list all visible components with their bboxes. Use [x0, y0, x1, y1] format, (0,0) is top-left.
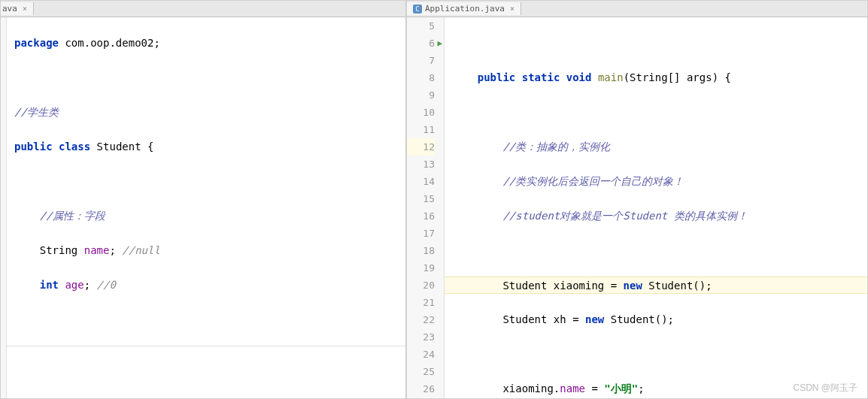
- line-number: 16: [407, 207, 435, 225]
- line-number: 11: [407, 121, 435, 138]
- field-name: name: [84, 244, 110, 256]
- left-editor-body: package com.oop.demo02; //学生类 public cla…: [1, 17, 405, 398]
- line-number: 27: [407, 397, 435, 398]
- right-code-area[interactable]: public static void main(String[] args) {…: [445, 17, 867, 398]
- left-editor-pane: ava × package com.oop.demo02; //学生类 publ…: [0, 0, 406, 399]
- comment: //类实例化后会返回一个自己的对象！: [502, 175, 684, 187]
- comment: //null: [122, 244, 160, 256]
- comment: //学生类: [14, 106, 59, 118]
- left-tab-bar: ava ×: [1, 1, 405, 17]
- kw-static: static: [522, 71, 560, 83]
- line-number: 20: [407, 277, 435, 294]
- line-number: 9: [407, 86, 435, 104]
- line-number: 14: [407, 173, 435, 190]
- right-gutter[interactable]: 5 6▶ 7 8 9 10 11 12 13 14 15 16 17 18 19…: [407, 17, 445, 398]
- close-icon[interactable]: ×: [20, 5, 27, 13]
- line-number: 17: [407, 225, 435, 242]
- kw-public: public: [478, 71, 516, 83]
- java-class-icon: C: [413, 5, 422, 14]
- comment: //0: [97, 279, 116, 291]
- right-editor-body: 5 6▶ 7 8 9 10 11 12 13 14 15 16 17 18 19…: [407, 17, 867, 398]
- kw-public: public: [14, 141, 53, 153]
- line-number: 23: [407, 328, 435, 346]
- line-number: 15: [407, 190, 435, 207]
- comment: //student对象就是一个Student 类的具体实例！: [502, 210, 747, 222]
- field-name: name: [560, 382, 585, 394]
- separator-line: [7, 346, 405, 346]
- left-code-area[interactable]: package com.oop.demo02; //学生类 public cla…: [7, 17, 405, 398]
- line-number: 19: [407, 259, 435, 277]
- line-number: 6▶: [407, 35, 435, 52]
- line-number: 7: [407, 52, 435, 69]
- line-number: 5: [407, 17, 435, 35]
- line-number: 10: [407, 104, 435, 121]
- watermark: CSDN @阿玉子: [793, 382, 857, 394]
- kw-new: new: [624, 280, 642, 292]
- line-number: 12: [407, 138, 435, 156]
- method-main: main: [591, 71, 623, 83]
- line-number: 13: [407, 156, 435, 173]
- run-gutter-icon[interactable]: ▶: [437, 35, 442, 52]
- comment: //类：抽象的，实例化: [502, 141, 610, 153]
- line-number: 24: [407, 346, 435, 363]
- string-literal: "小明": [604, 382, 638, 394]
- line-number: 8: [407, 69, 435, 86]
- line-number: 25: [407, 363, 435, 380]
- kw-package: package: [14, 37, 59, 49]
- class-decl: Student {: [90, 141, 153, 153]
- type-string: String: [40, 244, 84, 256]
- right-editor-pane: C Application.java × 5 6▶ 7 8 9 10 11 12…: [406, 0, 868, 399]
- line-number: 26: [407, 380, 435, 397]
- line-number: 22: [407, 311, 435, 328]
- close-icon[interactable]: ×: [508, 5, 514, 13]
- kw-new: new: [585, 313, 604, 325]
- comment: //属性：字段: [40, 210, 105, 222]
- left-gutter: [1, 17, 7, 398]
- right-tab-bar: C Application.java ×: [407, 1, 867, 17]
- tab-label: Application.java: [425, 4, 505, 14]
- line-number: 18: [407, 242, 435, 259]
- line-number: 21: [407, 294, 435, 311]
- kw-void: void: [566, 71, 592, 83]
- kw-int: int: [40, 279, 59, 291]
- left-tab[interactable]: ava ×: [1, 2, 34, 15]
- tab-label: ava: [2, 4, 17, 14]
- right-tab[interactable]: C Application.java ×: [407, 2, 521, 15]
- pkg-name: com.oop.demo02;: [59, 37, 160, 49]
- kw-class: class: [59, 141, 90, 153]
- field-age: age: [59, 279, 84, 291]
